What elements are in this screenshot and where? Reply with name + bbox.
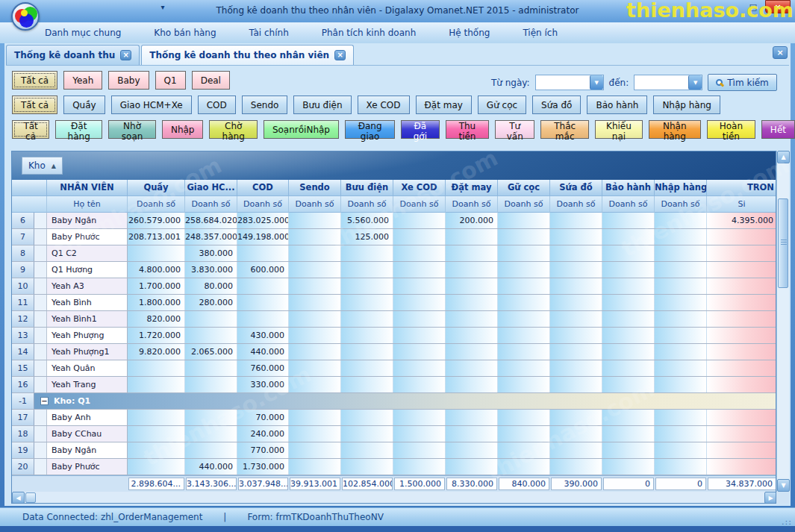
row-number[interactable]: 17	[12, 410, 34, 425]
cell-value-8[interactable]	[550, 442, 602, 458]
cell-value-0[interactable]: 820.000	[128, 311, 185, 327]
cell-value-1[interactable]: 3.830.000	[185, 262, 237, 278]
table-row[interactable]: 17Baby Anh70.000	[12, 410, 776, 426]
column-header-4[interactable]: Sendo	[289, 180, 341, 196]
cell-value-10[interactable]	[655, 360, 707, 376]
cell-value-3[interactable]	[289, 328, 341, 343]
tab-close-icon[interactable]: ×	[334, 50, 346, 60]
menu-item-5[interactable]: Tiện ích	[523, 28, 558, 38]
column-subheader-11[interactable]: Doanh số	[655, 196, 707, 213]
cell-value-8[interactable]	[550, 344, 602, 360]
cell-value-6[interactable]	[446, 426, 498, 442]
cell-value-4[interactable]: 5.560.000	[341, 213, 393, 228]
row-number[interactable]: 7	[12, 229, 34, 245]
cell-value-3[interactable]	[289, 360, 341, 376]
cell-trong[interactable]	[707, 245, 776, 261]
cell-value-9[interactable]	[602, 229, 655, 245]
from-date-combo[interactable]: ▼	[535, 75, 604, 90]
cell-trong[interactable]	[707, 442, 776, 458]
row-number[interactable]: 15	[12, 360, 34, 376]
cell-value-10[interactable]	[655, 295, 707, 310]
cell-value-10[interactable]	[655, 311, 707, 327]
cell-value-6[interactable]	[446, 344, 498, 360]
cell-trong[interactable]	[707, 278, 776, 294]
cell-value-2[interactable]: 440.000	[237, 344, 289, 360]
cell-value-0[interactable]	[128, 245, 185, 261]
horizontal-scroll-thumb[interactable]	[25, 492, 36, 503]
cell-value-8[interactable]	[550, 311, 602, 327]
cell-value-2[interactable]	[237, 295, 289, 310]
column-header-9[interactable]: Sứa đồ	[550, 180, 602, 196]
filter-button-3-11[interactable]: Khiếu nại	[595, 120, 642, 139]
cell-value-3[interactable]	[289, 213, 341, 228]
filter-button-3-12[interactable]: Nhận hàng	[649, 120, 701, 139]
filter-button-2-8[interactable]: Gử cọc	[478, 96, 526, 114]
to-date-combo[interactable]: ▼	[634, 75, 702, 90]
filter-button-3-6[interactable]: Đang giao	[345, 120, 395, 139]
cell-value-1[interactable]: 440.000	[185, 459, 237, 475]
cell-value-1[interactable]	[185, 328, 237, 343]
column-header-6[interactable]: Xe COD	[393, 180, 446, 196]
cell-value-7[interactable]	[498, 295, 550, 310]
cell-value-5[interactable]	[393, 311, 446, 327]
cell-value-6[interactable]	[446, 360, 498, 376]
filter-button-2-1[interactable]: Quầy	[63, 96, 105, 114]
cell-value-8[interactable]	[550, 295, 602, 310]
cell-value-2[interactable]: 760.000	[237, 360, 289, 376]
filter-button-3-13[interactable]: Hoàn tiền	[707, 120, 755, 139]
vertical-scrollbar[interactable]: ▲ ▼	[776, 151, 789, 492]
cell-name[interactable]: Baby Ngân	[47, 213, 128, 228]
menu-item-3[interactable]: Phân tích kinh doanh	[322, 28, 417, 38]
column-header-5[interactable]: Bưu điện	[341, 180, 393, 196]
cell-value-1[interactable]	[185, 360, 237, 376]
row-number[interactable]: 13	[12, 328, 34, 343]
filter-button-2-6[interactable]: Xe COD	[358, 96, 410, 114]
table-row[interactable]: 19Baby Ngân770.000	[12, 442, 776, 459]
cell-value-0[interactable]	[128, 360, 185, 376]
group-by-panel[interactable]: Kho ▲	[12, 151, 776, 180]
document-close-button[interactable]: ×	[773, 46, 788, 59]
resize-grip[interactable]: .::	[782, 517, 792, 527]
filter-button-2-5[interactable]: Bưu điện	[293, 96, 351, 114]
cell-trong[interactable]	[707, 262, 776, 278]
table-row[interactable]: 18Baby CChau240.000	[12, 426, 776, 442]
cell-value-10[interactable]	[655, 262, 707, 278]
cell-value-0[interactable]: 1.720.000	[128, 328, 185, 343]
scroll-right-icon[interactable]: ▶	[764, 492, 776, 504]
cell-value-6[interactable]	[446, 442, 498, 458]
menu-item-0[interactable]: Danh mục chung	[45, 28, 121, 38]
cell-value-10[interactable]	[655, 377, 707, 392]
chevron-down-icon[interactable]: ▼	[688, 75, 702, 90]
cell-name[interactable]: Q1 C2	[47, 245, 128, 261]
table-row[interactable]: 14Yeah Phượng19.820.0002.065.000440.000	[12, 344, 776, 360]
cell-value-3[interactable]	[289, 245, 341, 261]
cell-value-1[interactable]	[185, 311, 237, 327]
cell-trong[interactable]	[707, 377, 776, 392]
cell-value-5[interactable]	[393, 262, 446, 278]
cell-value-1[interactable]: 380.000	[185, 245, 237, 261]
row-number[interactable]: 20	[12, 459, 34, 475]
cell-value-4[interactable]	[341, 328, 393, 343]
cell-value-4[interactable]	[341, 245, 393, 261]
cell-value-5[interactable]	[393, 328, 446, 343]
cell-value-8[interactable]	[550, 426, 602, 442]
cell-trong[interactable]	[707, 311, 776, 327]
cell-value-6[interactable]: 200.000	[446, 213, 498, 228]
cell-value-6[interactable]	[446, 328, 498, 343]
column-subheader-0[interactable]: Họ tên	[47, 196, 128, 213]
cell-value-4[interactable]	[341, 295, 393, 310]
cell-value-2[interactable]: 1.730.000	[237, 459, 289, 475]
table-row[interactable]: 8Q1 C2380.000	[12, 245, 776, 262]
column-header-3[interactable]: COD	[237, 180, 289, 196]
column-header-10[interactable]: Bảo hành	[602, 180, 655, 196]
cell-value-7[interactable]	[498, 245, 550, 261]
row-number[interactable]: 9	[12, 262, 34, 278]
cell-value-2[interactable]: 330.000	[237, 377, 289, 392]
cell-value-2[interactable]: 430.000	[237, 328, 289, 343]
filter-button-1-3[interactable]: Q1	[155, 71, 186, 90]
cell-value-10[interactable]	[655, 410, 707, 425]
cell-name[interactable]: Baby CChau	[47, 426, 128, 442]
filter-button-2-11[interactable]: Nhập hàng	[653, 96, 720, 114]
row-number[interactable]: 6	[12, 213, 34, 228]
filter-button-3-7[interactable]: Đã gới	[401, 120, 439, 139]
